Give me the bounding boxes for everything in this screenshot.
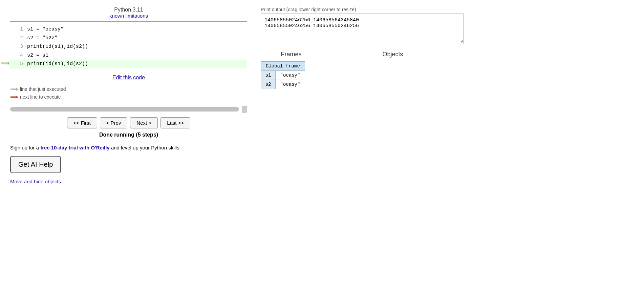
progress-bar-fill [10,107,239,111]
next-button[interactable]: Next > [130,117,158,128]
nav-buttons: << First < Prev Next > Last >> [10,117,247,128]
frame-table: Global frame s1"oeasy"s2"oeasy" [261,61,305,89]
signup-suffix: and level up your Python skills [110,145,179,150]
frame-var-value: "oeasy" [276,71,305,80]
output-line: 140658550246256 140658564345840 [264,17,460,23]
code-block: 1s1 = "oeasy"2s2 = "o2z"3print(id(s1),id… [10,22,247,72]
print-output-box[interactable]: 140658550246256 140658564345840140658550… [261,14,464,44]
ai-help-button[interactable]: Get AI Help [10,156,61,173]
frame-variable-row: s1"oeasy" [261,71,305,80]
line-content: print(id(s1),id(s2)) [27,42,88,51]
code-line-3: 3print(id(s1),id(s2)) [17,42,247,51]
code-line-5: ⟹5print(id(s1),id(s2)) [10,60,247,68]
frame-var-name: s2 [261,80,276,89]
legend: ⟹ line that just executed ⟹ next line to… [10,86,247,100]
known-limitations-link[interactable]: known limitations [109,13,148,19]
frame-var-name: s1 [261,71,276,80]
print-output-label: Print output (drag lower right corner to… [261,7,464,12]
output-line: 140658550246256 140658550246256 [264,23,460,29]
code-line-1: 1s1 = "oeasy" [17,25,247,34]
python-version: Python 3.11 [10,7,247,13]
legend-red: ⟹ next line to execute [10,94,247,100]
last-button[interactable]: Last >> [160,117,190,128]
line-number: 4 [17,51,23,60]
frames-header: Frames [261,51,322,58]
oreilly-link[interactable]: free 10-day trial with O'Reilly [40,145,109,150]
right-panel: Print output (drag lower right corner to… [261,7,464,89]
code-header: Python 3.11 known limitations [10,7,247,19]
prev-button[interactable]: < Prev [100,117,128,128]
edit-code-link[interactable]: Edit this code [10,75,247,81]
line-content: s2 = "o2z" [27,34,58,43]
progress-handle[interactable] [242,106,247,113]
legend-green-label: line that just executed [20,86,66,92]
signup-prefix: Sign up for a [10,145,40,150]
frame-variable-row: s2"oeasy" [261,80,305,89]
signup-section: Sign up for a free 10-day trial with O'R… [10,145,247,150]
global-frame-label: Global frame [261,62,305,71]
progress-bar[interactable] [10,107,239,111]
objects-header: Objects [322,51,464,58]
done-status: Done running (5 steps) [10,132,247,138]
green-execution-arrow: ⟹ [1,59,9,69]
legend-green: ⟹ line that just executed [10,86,247,93]
line-number: 2 [17,34,23,43]
line-number: 3 [17,42,23,51]
resize-handle-icon: ◢ [460,38,463,43]
print-output-content: 140658550246256 140658564345840140658550… [264,17,460,29]
left-panel: Python 3.11 known limitations 1s1 = "oea… [10,7,247,184]
line-number: 5 [17,60,23,68]
line-content: print(id(s1),id(s2)) [27,60,88,68]
first-button[interactable]: << First [67,117,97,128]
line-number: 1 [17,25,23,34]
code-line-4: 4s2 = s1 [17,51,247,60]
line-content: s2 = s1 [27,51,48,60]
move-hide-link[interactable]: Move and hide objects [10,179,61,184]
green-arrow-icon: ⟹ [10,86,18,93]
frames-objects-header: Frames Objects [261,51,464,58]
red-arrow-icon: ⟹ [10,94,18,100]
legend-red-label: next line to execute [20,94,61,100]
line-content: s1 = "oeasy" [27,25,64,34]
code-line-2: 2s2 = "o2z" [17,34,247,43]
frame-var-value: "oeasy" [276,80,305,89]
progress-container [10,106,247,113]
